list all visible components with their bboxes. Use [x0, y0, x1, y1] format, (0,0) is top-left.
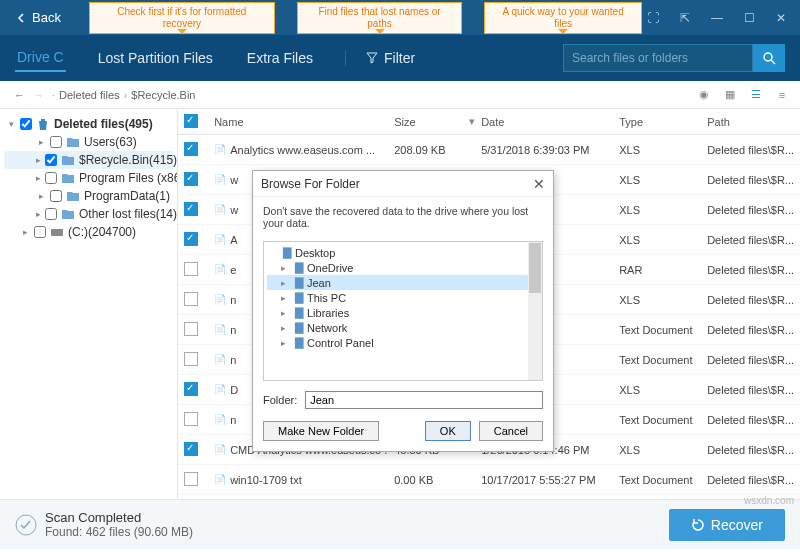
folder-tree: ▾ Deleted files(495) ▸Users(63)▸$Recycle…	[0, 109, 178, 499]
tree-checkbox[interactable]	[50, 136, 62, 148]
dialog-title: Browse For Folder	[261, 177, 360, 191]
tree-checkbox[interactable]	[20, 118, 32, 130]
folder-icon	[61, 153, 75, 167]
tree-root-deleted[interactable]: ▾ Deleted files(495)	[4, 115, 173, 133]
row-checkbox[interactable]	[184, 412, 198, 426]
folder-input[interactable]	[305, 391, 543, 409]
status-text: Scan Completed Found: 462 files (90.60 M…	[45, 510, 193, 539]
file-row[interactable]: 📄win10-1709 txt0.00 KB10/17/2017 5:55:27…	[178, 465, 800, 495]
file-header: Name Size ▾ Date Type Path	[178, 109, 800, 135]
window-pin-icon[interactable]: ⇱	[674, 7, 696, 29]
col-path[interactable]: Path	[701, 116, 800, 128]
breadcrumb: ← → · Deleted files › $Recycle.Bin ◉ ▦ ☰…	[0, 81, 800, 109]
dialog-tree-item[interactable]: ▸▇OneDrive	[267, 260, 539, 275]
folder-icon: ▇	[295, 291, 303, 304]
file-row[interactable]: 📄Analytics www.easeus.com ...208.09 KB5/…	[178, 135, 800, 165]
folder-icon	[61, 171, 75, 185]
file-icon: 📄	[214, 234, 226, 245]
dialog-tree-item[interactable]: ▇Desktop	[267, 245, 539, 260]
folder-icon	[61, 207, 75, 221]
row-checkbox[interactable]	[184, 232, 198, 246]
col-date[interactable]: Date	[475, 116, 613, 128]
tab-drive-c[interactable]: Drive C	[15, 44, 66, 72]
recover-button[interactable]: Recover	[669, 509, 785, 541]
tree-checkbox[interactable]	[45, 208, 57, 220]
row-checkbox[interactable]	[184, 172, 198, 186]
folder-icon: ▇	[295, 336, 303, 349]
minimize-icon[interactable]: —	[706, 7, 728, 29]
dialog-tree-item[interactable]: ▸▇Network	[267, 320, 539, 335]
file-icon: 📄	[214, 204, 226, 215]
dialog-scrollbar[interactable]	[528, 242, 542, 380]
dialog-tree-item[interactable]: ▸▇This PC	[267, 290, 539, 305]
file-icon: 📄	[214, 174, 226, 185]
row-checkbox[interactable]	[184, 442, 198, 456]
maximize-icon[interactable]: ☐	[738, 7, 760, 29]
cancel-button[interactable]: Cancel	[479, 421, 543, 441]
row-checkbox[interactable]	[184, 142, 198, 156]
tree-item[interactable]: ▸ProgramData(1)	[4, 187, 173, 205]
tree-checkbox[interactable]	[45, 154, 57, 166]
row-checkbox[interactable]	[184, 352, 198, 366]
tab-lost-partition[interactable]: Lost Partition Files	[96, 45, 215, 71]
row-checkbox[interactable]	[184, 322, 198, 336]
file-icon: 📄	[214, 324, 226, 335]
view-preview-icon[interactable]: ◉	[696, 87, 712, 103]
file-icon: 📄	[214, 474, 226, 485]
row-checkbox[interactable]	[184, 472, 198, 486]
tree-checkbox[interactable]	[50, 190, 62, 202]
funnel-icon	[366, 52, 378, 64]
close-icon[interactable]: ✕	[770, 7, 792, 29]
col-type[interactable]: Type	[613, 116, 701, 128]
search-button[interactable]	[753, 44, 785, 72]
file-icon: 📄	[214, 384, 226, 395]
window-fit-icon[interactable]: ⛶	[642, 7, 664, 29]
file-icon: 📄	[214, 144, 226, 155]
tree-checkbox[interactable]	[34, 226, 46, 238]
breadcrumb-leaf[interactable]: $Recycle.Bin	[131, 89, 195, 101]
folder-icon: ▇	[283, 246, 291, 259]
tooltip-formatted: Check first if it's for formatted recove…	[89, 2, 275, 34]
make-new-folder-button[interactable]: Make New Folder	[263, 421, 379, 441]
tree-item[interactable]: ▸Users(63)	[4, 133, 173, 151]
dialog-tree-item[interactable]: ▸▇Jean	[267, 275, 539, 290]
file-icon: 📄	[214, 294, 226, 305]
row-checkbox[interactable]	[184, 382, 198, 396]
tree-item[interactable]: ▸$Recycle.Bin(415)	[4, 151, 173, 169]
filter-button[interactable]: Filter	[345, 50, 415, 66]
search-input[interactable]	[563, 44, 753, 72]
tree-item[interactable]: ▸Program Files (x86)(2)	[4, 169, 173, 187]
nav-fwd-icon[interactable]: →	[29, 89, 48, 101]
row-checkbox[interactable]	[184, 262, 198, 276]
sort-icon[interactable]: ▾	[463, 115, 475, 128]
view-detail-icon[interactable]: ≡	[774, 87, 790, 103]
row-checkbox[interactable]	[184, 202, 198, 216]
file-icon: 📄	[214, 414, 226, 425]
breadcrumb-root[interactable]: Deleted files	[59, 89, 120, 101]
back-button[interactable]: Back	[8, 6, 69, 29]
back-label: Back	[32, 10, 61, 25]
ok-button[interactable]: OK	[425, 421, 471, 441]
dialog-tree-item[interactable]: ▸▇Control Panel	[267, 335, 539, 350]
watermark: wsxdn.com	[744, 495, 794, 506]
dialog-tree-item[interactable]: ▸▇Libraries	[267, 305, 539, 320]
tooltip-filter: A quick way to your wanted files	[484, 2, 642, 34]
dialog-close-icon[interactable]: ✕	[533, 176, 545, 192]
tree-checkbox[interactable]	[45, 172, 57, 184]
folder-label: Folder:	[263, 394, 297, 406]
file-icon: 📄	[214, 354, 226, 365]
dialog-message: Don't save the recovered data to the dri…	[253, 197, 553, 237]
row-checkbox[interactable]	[184, 292, 198, 306]
select-all-checkbox[interactable]	[184, 114, 198, 128]
tree-item[interactable]: ▸Other lost files(14)	[4, 205, 173, 223]
file-icon: 📄	[214, 444, 226, 455]
view-list-icon[interactable]: ☰	[748, 87, 764, 103]
tree-drive-c[interactable]: ▸ (C:)(204700)	[4, 223, 173, 241]
nav-back-icon[interactable]: ←	[10, 89, 29, 101]
view-grid-icon[interactable]: ▦	[722, 87, 738, 103]
col-size[interactable]: Size	[388, 116, 463, 128]
folder-icon: ▇	[295, 306, 303, 319]
col-name[interactable]: Name	[208, 116, 388, 128]
check-circle-icon	[15, 514, 37, 536]
tab-extra-files[interactable]: Extra Files	[245, 45, 315, 71]
